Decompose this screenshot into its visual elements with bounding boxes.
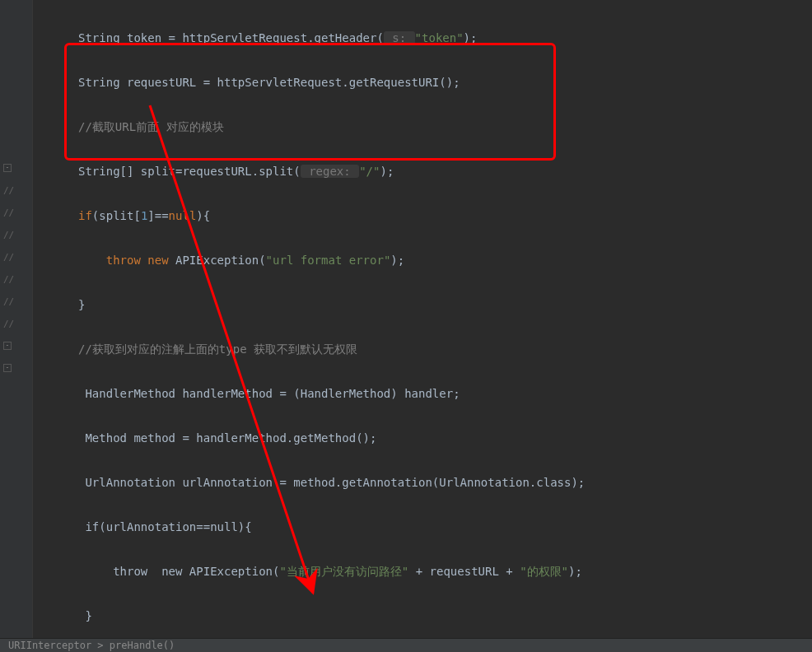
gutter-mark: // [3,252,14,263]
gutter-mark: // [3,207,14,218]
gutter-mark: // [3,296,14,307]
code-line: throw new APIException("当前用户没有访问路径" + re… [78,561,812,583]
code-line: String[] split=requestURL.split( regex: … [78,161,812,183]
code-line: throw new APIException("url format error… [78,249,812,272]
code-line: } [78,605,812,627]
gutter: - // // // // // // // - - [0,0,33,638]
fold-icon[interactable]: - [3,364,12,372]
gutter-mark: // [3,319,14,329]
code-line: UrlAnnotation urlAnnotation = method.get… [78,472,812,494]
gutter-mark: // [3,185,14,196]
code-line: if(split[1]==null){ [78,205,812,227]
code-line: Method method = handlerMethod.getMethod(… [78,427,812,449]
editor-wrap: - // // // // // // // - - String token … [0,0,812,638]
code-line: //截取URL前面 对应的模块 [78,116,812,138]
code-line: //获取到对应的注解上面的type 获取不到默认无权限 [78,338,812,361]
code-line: if(urlAnnotation==null){ [78,516,812,538]
gutter-mark: // [3,274,14,285]
gutter-mark: // [3,230,14,240]
code-line: } [78,294,812,316]
code-line: String token = httpServletRequest.getHea… [78,27,812,49]
code-area[interactable]: String token = httpServletRequest.getHea… [33,0,812,638]
code-line: HandlerMethod handlerMethod = (HandlerMe… [78,383,812,405]
fold-icon[interactable]: - [3,342,12,350]
code-line: String requestURL = httpServletRequest.g… [78,72,812,94]
fold-icon[interactable]: - [3,164,12,172]
